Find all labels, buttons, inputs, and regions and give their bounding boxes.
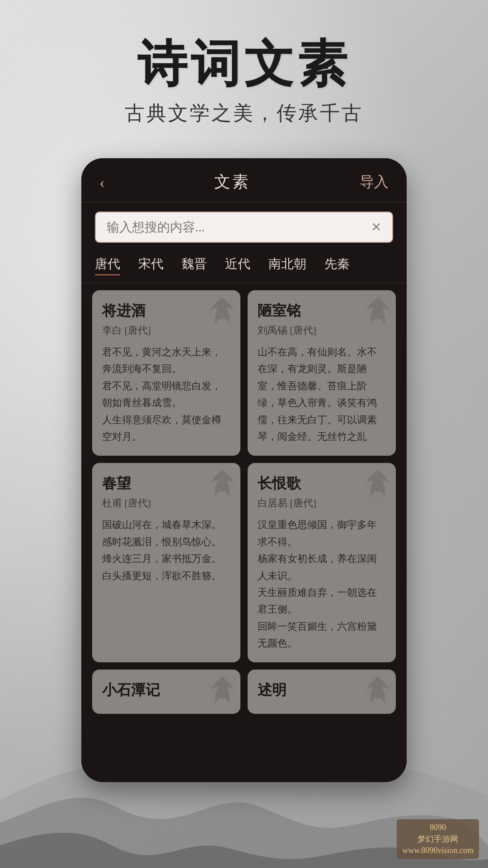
poem-content-1: 君不见，黄河之水天上来，奔流到海不复回。 君不见，高堂明镜悲白发，朝如青丝暮成雪… bbox=[102, 344, 230, 445]
poem-content-2: 山不在高，有仙则名。水不在深，有龙则灵。斯是陋室，惟吾德馨。苔痕上阶绿，草色入帘… bbox=[258, 344, 386, 445]
poem-content-3: 国破山河在，城春草木深。 感时花溅泪，恨别鸟惊心。 烽火连三月，家书抵万金。 白… bbox=[102, 516, 230, 584]
app-header: ‹ 文素 导入 bbox=[81, 158, 407, 203]
cards-area: 将进酒 李白 [唐代] 君不见，黄河之水天上来，奔流到海不复回。 君不见，高堂明… bbox=[81, 283, 407, 782]
poem-card-5[interactable]: 小石潭记 bbox=[92, 670, 240, 714]
poem-card-4[interactable]: 长恨歌 白居易 [唐代] 汉皇重色思倾国，御宇多年求不得。 杨家有女初长成，养在… bbox=[248, 463, 396, 662]
watermark-line2: 梦幻手游网 bbox=[402, 834, 474, 845]
tab-nanbeizhao[interactable]: 南北朝 bbox=[268, 255, 306, 275]
subtitle: 古典文学之美，传承千古 bbox=[0, 100, 488, 127]
poem-author-3: 杜甫 [唐代] bbox=[102, 496, 230, 510]
main-title: 诗词文素 bbox=[0, 36, 488, 91]
search-section: ✕ bbox=[81, 203, 407, 250]
poem-title-2: 陋室铭 bbox=[258, 301, 386, 321]
phone-mockup: ‹ 文素 导入 ✕ 唐代 宋代 魏晋 近代 南北朝 先秦 将进酒 李白 bbox=[81, 158, 407, 782]
app-title: 文素 bbox=[214, 171, 250, 193]
search-bar: ✕ bbox=[95, 212, 393, 243]
tab-tangdai[interactable]: 唐代 bbox=[95, 255, 120, 275]
poem-card-6[interactable]: 述明 bbox=[248, 670, 396, 714]
poem-author-2: 刘禹锡 [唐代] bbox=[258, 324, 386, 337]
watermark-line1: 8090 bbox=[402, 822, 474, 833]
poem-card-3[interactable]: 春望 杜甫 [唐代] 国破山河在，城春草木深。 感时花溅泪，恨别鸟惊心。 烽火连… bbox=[92, 463, 240, 662]
search-clear-icon[interactable]: ✕ bbox=[371, 220, 381, 235]
tab-weijin[interactable]: 魏晋 bbox=[182, 255, 207, 275]
import-button[interactable]: 导入 bbox=[360, 172, 389, 192]
poem-title-5: 小石潭记 bbox=[102, 680, 230, 700]
page-content: 诗词文素 古典文学之美，传承千古 ‹ 文素 导入 ✕ 唐代 宋代 魏晋 近代 南… bbox=[0, 0, 488, 868]
tab-xianqin[interactable]: 先秦 bbox=[324, 255, 350, 275]
poem-card-2[interactable]: 陋室铭 刘禹锡 [唐代] 山不在高，有仙则名。水不在深，有龙则灵。斯是陋室，惟吾… bbox=[248, 290, 396, 456]
poem-title-4: 长恨歌 bbox=[258, 474, 386, 494]
category-tabs: 唐代 宋代 魏晋 近代 南北朝 先秦 bbox=[81, 250, 407, 283]
back-button[interactable]: ‹ bbox=[99, 173, 105, 192]
header-section: 诗词文素 古典文学之美，传承千古 bbox=[0, 0, 488, 140]
poem-title-3: 春望 bbox=[102, 474, 230, 494]
watermark: 8090 梦幻手游网 www.8090vision.com bbox=[397, 819, 479, 859]
poem-title-6: 述明 bbox=[258, 680, 386, 700]
poem-author-4: 白居易 [唐代] bbox=[258, 496, 386, 510]
poem-card-1[interactable]: 将进酒 李白 [唐代] 君不见，黄河之水天上来，奔流到海不复回。 君不见，高堂明… bbox=[92, 290, 240, 456]
poem-title-1: 将进酒 bbox=[102, 301, 230, 321]
tab-songdai[interactable]: 宋代 bbox=[138, 255, 164, 275]
poem-content-4: 汉皇重色思倾国，御宇多年求不得。 杨家有女初长成，养在深闺人未识。 天生丽质难自… bbox=[258, 516, 386, 651]
search-input[interactable] bbox=[107, 220, 371, 235]
poem-author-1: 李白 [唐代] bbox=[102, 324, 230, 337]
watermark-line3: www.8090vision.com bbox=[402, 845, 474, 856]
tab-jindai[interactable]: 近代 bbox=[225, 255, 250, 275]
